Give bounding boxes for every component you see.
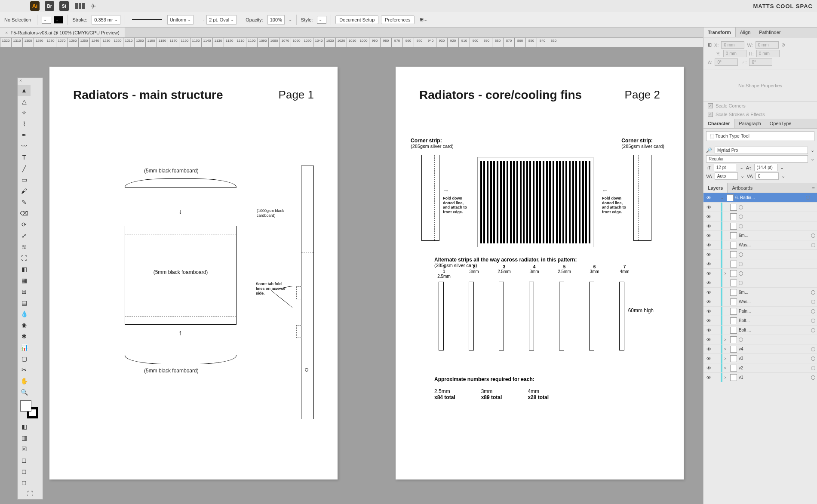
target-icon[interactable] bbox=[811, 290, 815, 295]
column-graph-tool[interactable]: 📊 bbox=[18, 342, 31, 353]
artboard-tool[interactable]: ▢ bbox=[18, 353, 31, 364]
visibility-icon[interactable]: 👁 bbox=[705, 261, 712, 267]
visibility-icon[interactable]: 👁 bbox=[705, 356, 712, 361]
target-icon[interactable] bbox=[811, 243, 815, 247]
visibility-icon[interactable]: 👁 bbox=[705, 214, 712, 219]
scale-strokes-check[interactable]: ✓Scale Strokes & Effects bbox=[703, 110, 817, 119]
layer-row[interactable]: 👁> bbox=[703, 335, 817, 344]
brush-type-dropdown[interactable]: Uniform bbox=[167, 15, 194, 25]
shape-builder-tool[interactable]: ◧ bbox=[18, 264, 31, 275]
target-icon[interactable] bbox=[811, 319, 815, 323]
none-mode[interactable]: ☒ bbox=[18, 443, 31, 455]
layer-name[interactable] bbox=[739, 215, 815, 219]
panel-menu-icon[interactable]: ≡ bbox=[810, 183, 817, 193]
visibility-icon[interactable]: 👁 bbox=[705, 290, 712, 295]
layer-row[interactable]: 👁>v2 bbox=[703, 363, 817, 373]
target-icon[interactable] bbox=[811, 366, 815, 370]
visibility-icon[interactable]: 👁 bbox=[705, 375, 712, 380]
layer-name[interactable] bbox=[739, 224, 815, 228]
target-icon[interactable] bbox=[739, 252, 743, 257]
visibility-icon[interactable]: 👁 bbox=[705, 309, 712, 314]
y-field[interactable]: 0 mm bbox=[723, 50, 746, 57]
visibility-icon[interactable]: 👁 bbox=[705, 328, 712, 333]
layer-row[interactable]: 👁 bbox=[703, 278, 817, 288]
tab-transform[interactable]: Transform bbox=[703, 28, 736, 37]
visibility-icon[interactable]: 👁 bbox=[705, 280, 712, 286]
gradient-tool[interactable]: ▤ bbox=[18, 297, 31, 308]
tab-opentype[interactable]: OpenType bbox=[765, 119, 796, 128]
kerning-field[interactable]: Auto bbox=[715, 172, 738, 180]
layer-row[interactable]: 👁Was... bbox=[703, 240, 817, 250]
zoom-tool[interactable]: 🔍 bbox=[18, 387, 31, 398]
layer-row[interactable]: 👁 bbox=[703, 259, 817, 269]
tab-artboards[interactable]: Artboards bbox=[728, 183, 757, 193]
eyedropper-tool[interactable]: 💧 bbox=[18, 308, 31, 320]
blend-tool[interactable]: ◉ bbox=[18, 320, 31, 331]
type-tool[interactable]: T bbox=[18, 152, 31, 163]
rectangle-tool[interactable]: ▭ bbox=[18, 174, 31, 185]
touch-type-button[interactable]: ⬚ Touch Type Tool bbox=[706, 131, 814, 141]
align-to-icon[interactable]: ⊞⌄ bbox=[420, 17, 427, 22]
layer-name[interactable]: Pain... bbox=[739, 309, 809, 313]
draw-normal[interactable]: ◻ bbox=[18, 455, 31, 466]
target-icon[interactable] bbox=[811, 309, 815, 313]
layer-name[interactable]: Was... bbox=[739, 243, 809, 247]
free-transform-tool[interactable]: ⛶ bbox=[18, 252, 31, 264]
mesh-tool[interactable]: ⊞ bbox=[18, 286, 31, 297]
layer-row[interactable]: 👁Was... bbox=[703, 297, 817, 307]
search-font-icon[interactable]: 🔎 bbox=[706, 148, 712, 153]
target-icon[interactable] bbox=[739, 224, 743, 228]
target-icon[interactable] bbox=[811, 356, 815, 361]
direct-selection-tool[interactable]: △ bbox=[18, 96, 31, 107]
layer-row[interactable]: 👁 bbox=[703, 250, 817, 259]
chevron-icon[interactable]: > bbox=[724, 271, 728, 276]
ref-point-icon[interactable]: ⊞ bbox=[708, 42, 712, 48]
line-tool[interactable]: ╱ bbox=[18, 163, 31, 174]
layer-name[interactable]: v3 bbox=[739, 356, 809, 361]
pen-tool[interactable]: ✒ bbox=[18, 129, 31, 141]
layer-row[interactable]: 👁Bolt... bbox=[703, 316, 817, 326]
visibility-icon[interactable]: 👁 bbox=[705, 337, 712, 342]
h-field[interactable]: 0 mm bbox=[756, 50, 780, 57]
tab-paragraph[interactable]: Paragraph bbox=[734, 119, 765, 128]
layer-name[interactable]: v2 bbox=[739, 366, 809, 370]
visibility-icon[interactable]: 👁 bbox=[705, 205, 712, 210]
target-icon[interactable] bbox=[811, 300, 815, 304]
visibility-icon[interactable]: 👁 bbox=[705, 233, 712, 238]
layer-name[interactable] bbox=[739, 252, 815, 257]
brush-definition-dropdown[interactable]: 2 pt. Oval bbox=[206, 15, 236, 25]
perspective-tool[interactable]: ▦ bbox=[18, 275, 31, 286]
opacity-field[interactable]: 100% bbox=[267, 15, 285, 25]
layer-row[interactable]: 👁>v1 bbox=[703, 373, 817, 382]
stroke-weight-field[interactable]: 0.353 mr bbox=[92, 15, 120, 25]
layer-name[interactable] bbox=[739, 262, 815, 266]
shear-field[interactable]: 0° bbox=[749, 58, 772, 66]
font-size-field[interactable]: 12 pt bbox=[714, 164, 737, 171]
sync-icon[interactable]: ✈ bbox=[90, 2, 96, 10]
tracking-field[interactable]: 0 bbox=[756, 172, 779, 180]
visibility-icon[interactable]: 👁 bbox=[705, 318, 712, 323]
layer-row[interactable]: 👁Pain... bbox=[703, 307, 817, 316]
target-icon[interactable] bbox=[811, 347, 815, 351]
layer-row[interactable]: 👁Bolt ... bbox=[703, 326, 817, 335]
visibility-icon[interactable]: 👁 bbox=[705, 224, 712, 229]
chevron-icon[interactable]: > bbox=[724, 347, 728, 351]
hand-tool[interactable]: ✋ bbox=[18, 375, 31, 387]
target-icon[interactable] bbox=[811, 375, 815, 380]
stroke-swatch[interactable] bbox=[54, 16, 63, 24]
w-field[interactable]: 0 mm bbox=[756, 41, 779, 49]
visibility-icon[interactable]: 👁 bbox=[705, 195, 712, 200]
selection-tool[interactable]: ▲ bbox=[18, 85, 31, 96]
layer-name[interactable]: v4 bbox=[739, 347, 809, 351]
visibility-icon[interactable]: 👁 bbox=[705, 252, 712, 257]
layer-name[interactable] bbox=[739, 338, 815, 342]
x-field[interactable]: 0 mm bbox=[721, 41, 744, 49]
eraser-tool[interactable]: ⌫ bbox=[18, 208, 31, 219]
preferences-button[interactable]: Preferences bbox=[381, 15, 414, 24]
color-mode[interactable]: ◧ bbox=[18, 421, 31, 432]
target-icon[interactable] bbox=[739, 281, 743, 285]
layer-row[interactable]: 👁 bbox=[703, 212, 817, 221]
layer-name[interactable]: 6m... bbox=[739, 290, 809, 295]
target-icon[interactable] bbox=[739, 215, 743, 219]
magic-wand-tool[interactable]: ✧ bbox=[18, 107, 31, 118]
